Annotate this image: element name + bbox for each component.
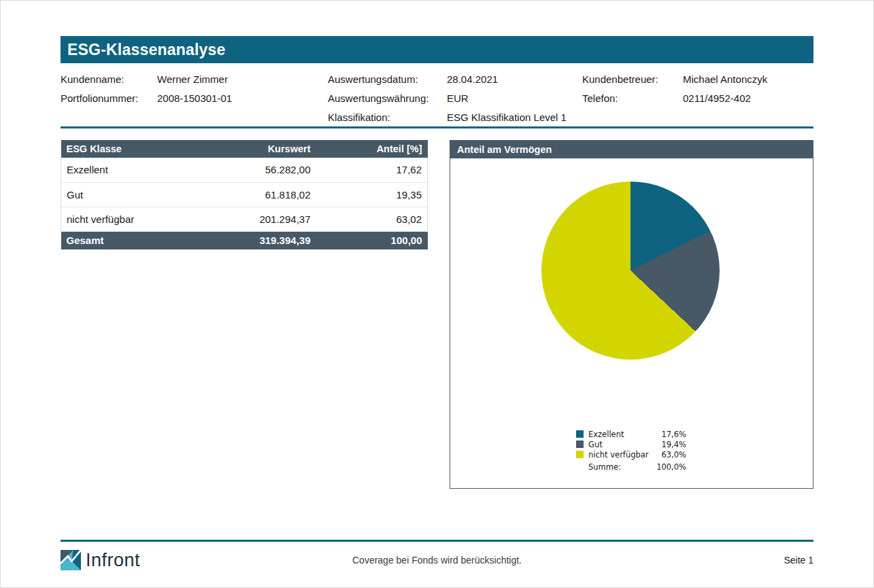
legend-swatch bbox=[576, 440, 584, 448]
field-value-auswertungsdatum: 28.04.2021 bbox=[447, 70, 498, 89]
table-row: Exzellent56.282,0017,62 bbox=[61, 158, 428, 182]
esg-table-head: ESG Klasse Kurswert Anteil [%] bbox=[61, 140, 428, 158]
customer-info-section: Kundenname: Werner Zimmer Portfolionumme… bbox=[61, 63, 813, 126]
total-anteil-cell: 100,00 bbox=[316, 231, 428, 249]
info-row: Auswertungswährung: EUR bbox=[328, 89, 582, 108]
legend-row: Summe:100,0% bbox=[576, 462, 686, 472]
kurswert-cell: 61.818,02 bbox=[231, 182, 316, 207]
field-label-telefon: Telefon: bbox=[582, 89, 683, 108]
anteil-cell: 19,35 bbox=[316, 182, 428, 207]
field-label-klassifikation: Klassifikation: bbox=[328, 108, 447, 127]
legend-swatch bbox=[576, 430, 584, 438]
legend-swatch bbox=[576, 451, 584, 458]
esg-table-foot: Gesamt 319.394,39 100,00 bbox=[61, 231, 428, 249]
infront-logo-icon bbox=[61, 550, 81, 570]
report-page: { "title": "ESG-Klassenanalyse", "info":… bbox=[0, 0, 874, 588]
legend-label: Summe: bbox=[588, 462, 656, 472]
total-kurswert-cell: 319.394,39 bbox=[231, 231, 316, 249]
field-label-auswertungsdatum: Auswertungsdatum: bbox=[328, 70, 447, 89]
footer-row: Infront Coverage bei Fonds wird berücksi… bbox=[61, 542, 813, 578]
info-column-betreuer: Kundenbetreuer: Michael Antonczyk Telefo… bbox=[582, 70, 813, 126]
table-row: Gut61.818,0219,35 bbox=[61, 182, 428, 207]
footer-note: Coverage bei Fonds wird berücksichtigt. bbox=[352, 555, 522, 566]
field-label-auswertungswaehrung: Auswertungswährung: bbox=[328, 89, 447, 108]
column-header-anteil: Anteil [%] bbox=[316, 140, 428, 158]
field-label-kundenname: Kundenname: bbox=[61, 70, 157, 89]
esg-class-cell: Exzellent bbox=[61, 158, 231, 182]
infront-logo-text: Infront bbox=[86, 550, 140, 571]
column-header-esg-klasse: ESG Klasse bbox=[61, 140, 231, 158]
pie-chart bbox=[541, 181, 720, 360]
info-row: Kundenbetreuer: Michael Antonczyk bbox=[582, 70, 813, 89]
chart-panel: Anteil am Vermögen Exzellent17,6%Gut19,4… bbox=[450, 140, 813, 489]
legend-label: Exzellent bbox=[588, 430, 661, 439]
anteil-cell: 17,62 bbox=[316, 158, 428, 182]
page-title: ESG-Klassenanalyse bbox=[61, 41, 225, 59]
info-column-auswertung: Auswertungsdatum: 28.04.2021 Auswertungs… bbox=[328, 70, 582, 126]
info-row: Kundenname: Werner Zimmer bbox=[61, 70, 328, 89]
field-label-portfolionummer: Portfolionummer: bbox=[61, 89, 157, 108]
footer-divider bbox=[61, 540, 813, 542]
legend-value: 100,0% bbox=[656, 462, 686, 472]
info-row: Auswertungsdatum: 28.04.2021 bbox=[328, 70, 582, 89]
chart-panel-title: Anteil am Vermögen bbox=[450, 141, 813, 158]
infront-logo: Infront bbox=[61, 550, 140, 571]
legend-label: Gut bbox=[588, 440, 661, 449]
legend-label: nicht verfügbar bbox=[588, 450, 661, 460]
report-title-bar: ESG-Klassenanalyse bbox=[61, 36, 813, 63]
table-total-row: Gesamt 319.394,39 100,00 bbox=[61, 231, 428, 249]
legend-row: Exzellent17,6% bbox=[576, 429, 686, 439]
legend-value: 17,6% bbox=[661, 430, 686, 439]
esg-class-table: ESG Klasse Kurswert Anteil [%] Exzellent… bbox=[61, 140, 428, 249]
legend-row: nicht verfügbar63,0% bbox=[576, 449, 686, 460]
info-row: Telefon: 0211/4952-402 bbox=[582, 89, 813, 108]
legend-value: 19,4% bbox=[661, 440, 686, 449]
anteil-cell: 63,02 bbox=[316, 207, 428, 231]
info-row: Klassifikation: ESG Klassifikation Level… bbox=[328, 108, 582, 127]
kurswert-cell: 56.282,00 bbox=[231, 158, 316, 182]
field-value-kundenname: Werner Zimmer bbox=[157, 70, 228, 89]
page-footer: Infront Coverage bei Fonds wird berücksi… bbox=[61, 540, 813, 578]
info-row: Portfolionummer: 2008-150301-01 bbox=[61, 89, 328, 108]
field-value-kundenbetreuer: Michael Antonczyk bbox=[683, 70, 767, 89]
field-label-kundenbetreuer: Kundenbetreuer: bbox=[582, 70, 683, 89]
esg-table-body: Exzellent56.282,0017,62Gut61.818,0219,35… bbox=[61, 158, 428, 231]
main-section: ESG Klasse Kurswert Anteil [%] Exzellent… bbox=[61, 140, 813, 489]
chart-legend: Exzellent17,6%Gut19,4%nicht verfügbar63,… bbox=[576, 429, 686, 472]
column-header-kurswert: Kurswert bbox=[231, 140, 316, 158]
field-value-klassifikation: ESG Klassifikation Level 1 bbox=[447, 108, 567, 127]
total-label-cell: Gesamt bbox=[61, 231, 231, 249]
field-value-portfolionummer: 2008-150301-01 bbox=[157, 89, 232, 108]
report-content: ESG-Klassenanalyse Kundenname: Werner Zi… bbox=[61, 36, 813, 489]
esg-class-cell: Gut bbox=[61, 182, 231, 207]
field-value-auswertungswaehrung: EUR bbox=[447, 89, 469, 108]
legend-value: 63,0% bbox=[661, 450, 686, 460]
legend-row: Gut19,4% bbox=[576, 439, 686, 449]
info-column-customer: Kundenname: Werner Zimmer Portfolionumme… bbox=[61, 70, 328, 126]
kurswert-cell: 201.294,37 bbox=[231, 207, 316, 231]
esg-class-cell: nicht verfügbar bbox=[61, 207, 231, 231]
table-row: nicht verfügbar201.294,3763,02 bbox=[61, 207, 428, 231]
table-header-row: ESG Klasse Kurswert Anteil [%] bbox=[61, 140, 428, 158]
page-number: Seite 1 bbox=[784, 555, 813, 566]
field-value-telefon: 0211/4952-402 bbox=[683, 89, 751, 108]
